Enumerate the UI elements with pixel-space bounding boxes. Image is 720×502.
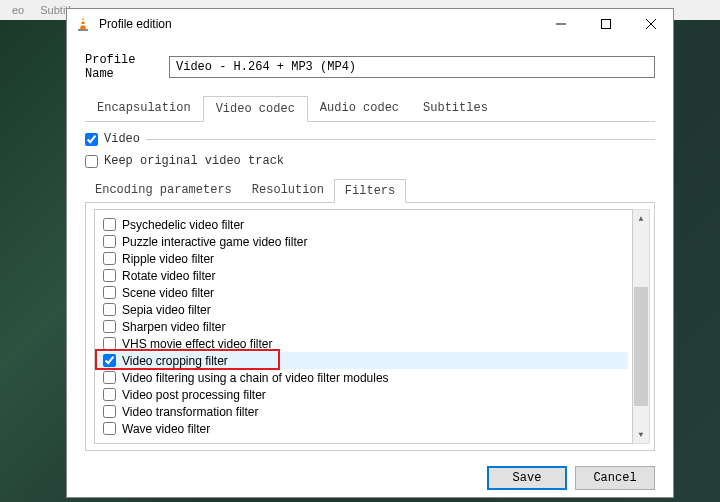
filter-checkbox[interactable]: [103, 235, 116, 248]
filter-checkbox[interactable]: [103, 320, 116, 333]
filter-item[interactable]: Sepia video filter: [99, 301, 628, 318]
keep-original-label: Keep original video track: [104, 154, 284, 168]
keep-original-checkbox[interactable]: [85, 155, 98, 168]
scroll-down-icon[interactable]: ▼: [633, 426, 649, 443]
filter-item[interactable]: Video transformation filter: [99, 403, 628, 420]
subtab-encoding[interactable]: Encoding parameters: [85, 179, 242, 203]
filter-label: Video post processing filter: [122, 388, 266, 402]
filter-item[interactable]: Video filtering using a chain of video f…: [99, 369, 628, 386]
filter-item[interactable]: Sharpen video filter: [99, 318, 628, 335]
filter-panel: Psychedelic video filterPuzzle interacti…: [85, 203, 655, 451]
filter-item[interactable]: VHS movie effect video filter: [99, 335, 628, 352]
vlc-cone-icon: [75, 16, 91, 32]
filter-checkbox[interactable]: [103, 371, 116, 384]
filter-checkbox[interactable]: [103, 422, 116, 435]
cancel-button[interactable]: Cancel: [575, 466, 655, 490]
close-button[interactable]: [628, 9, 673, 39]
filter-label: Rotate video filter: [122, 269, 215, 283]
filter-checkbox[interactable]: [103, 286, 116, 299]
filter-item[interactable]: Video post processing filter: [99, 386, 628, 403]
filter-checkbox[interactable]: [103, 269, 116, 282]
filter-item[interactable]: Scene video filter: [99, 284, 628, 301]
main-tabs: Encapsulation Video codec Audio codec Su…: [85, 95, 655, 122]
svg-marker-0: [80, 17, 86, 29]
filter-checkbox[interactable]: [103, 388, 116, 401]
svg-rect-5: [601, 20, 610, 29]
svg-rect-3: [81, 24, 86, 26]
filter-checkbox[interactable]: [103, 337, 116, 350]
tab-video-codec[interactable]: Video codec: [203, 96, 308, 122]
dialog-title: Profile edition: [99, 17, 538, 31]
filter-label: Sepia video filter: [122, 303, 211, 317]
profile-edition-dialog: Profile edition Profile Name Encapsulati…: [66, 8, 674, 498]
filter-item[interactable]: Ripple video filter: [99, 250, 628, 267]
filter-item[interactable]: Rotate video filter: [99, 267, 628, 284]
filter-label: Video transformation filter: [122, 405, 259, 419]
filter-item[interactable]: Wave video filter: [99, 420, 628, 437]
filter-checkbox[interactable]: [103, 354, 116, 367]
subtab-filters[interactable]: Filters: [334, 179, 406, 203]
video-checkbox[interactable]: [85, 133, 98, 146]
filter-label: Wave video filter: [122, 422, 210, 436]
scroll-thumb[interactable]: [634, 287, 648, 406]
save-button[interactable]: Save: [487, 466, 567, 490]
filter-checkbox[interactable]: [103, 303, 116, 316]
filter-label: Ripple video filter: [122, 252, 214, 266]
filter-label: Psychedelic video filter: [122, 218, 244, 232]
scroll-up-icon[interactable]: ▲: [633, 210, 649, 227]
filter-label: Sharpen video filter: [122, 320, 225, 334]
scrollbar[interactable]: ▲ ▼: [633, 209, 650, 444]
filter-label: Puzzle interactive game video filter: [122, 235, 307, 249]
menu-item[interactable]: eo: [4, 4, 32, 16]
scroll-track[interactable]: [633, 227, 649, 426]
filter-checkbox[interactable]: [103, 218, 116, 231]
filter-list: Psychedelic video filterPuzzle interacti…: [94, 209, 633, 444]
svg-rect-1: [78, 29, 88, 31]
filter-checkbox[interactable]: [103, 252, 116, 265]
filter-label: Scene video filter: [122, 286, 214, 300]
tab-encapsulation[interactable]: Encapsulation: [85, 96, 203, 122]
svg-rect-2: [81, 20, 85, 22]
filter-checkbox[interactable]: [103, 405, 116, 418]
filter-item[interactable]: Video cropping filter: [99, 352, 628, 369]
tab-audio-codec[interactable]: Audio codec: [308, 96, 411, 122]
titlebar: Profile edition: [67, 9, 673, 39]
filter-label: Video filtering using a chain of video f…: [122, 371, 389, 385]
profile-name-input[interactable]: [169, 56, 655, 78]
filter-label: VHS movie effect video filter: [122, 337, 273, 351]
minimize-button[interactable]: [538, 9, 583, 39]
tab-subtitles[interactable]: Subtitles: [411, 96, 500, 122]
video-group-label: Video: [104, 132, 140, 146]
sub-tabs: Encoding parameters Resolution Filters: [85, 178, 655, 203]
profile-name-label: Profile Name: [85, 53, 169, 81]
subtab-resolution[interactable]: Resolution: [242, 179, 334, 203]
filter-item[interactable]: Psychedelic video filter: [99, 216, 628, 233]
filter-item[interactable]: Puzzle interactive game video filter: [99, 233, 628, 250]
filter-label: Video cropping filter: [122, 354, 228, 368]
divider: [146, 139, 655, 140]
maximize-button[interactable]: [583, 9, 628, 39]
